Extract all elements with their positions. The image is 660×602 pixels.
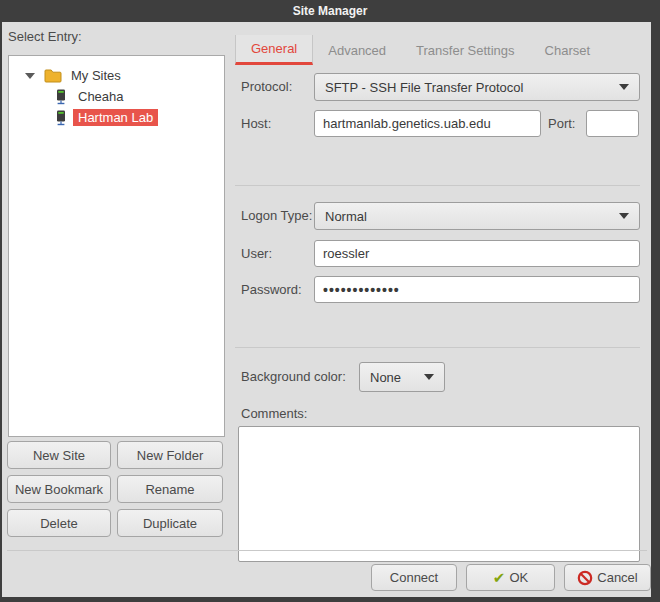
- folder-icon: [44, 69, 62, 83]
- select-entry-label: Select Entry:: [8, 29, 82, 44]
- dialog-content: Select Entry: My Sites: [2, 22, 651, 597]
- user-label: User:: [241, 240, 272, 267]
- comments-label: Comments:: [241, 406, 307, 421]
- tab-advanced[interactable]: Advanced: [313, 37, 401, 65]
- chevron-down-icon: [619, 84, 629, 90]
- logon-type-label: Logon Type:: [241, 202, 312, 230]
- protocol-label: Protocol:: [241, 73, 292, 101]
- tree-item-label: My Sites: [66, 67, 126, 84]
- user-input[interactable]: [314, 240, 640, 267]
- background-color-select[interactable]: None: [359, 362, 445, 392]
- connect-label: Connect: [390, 570, 438, 585]
- duplicate-button[interactable]: Duplicate: [117, 509, 223, 537]
- separator: [7, 550, 647, 551]
- background-color-value: None: [370, 370, 401, 385]
- background-color-label: Background color:: [241, 362, 346, 392]
- password-input[interactable]: [314, 276, 640, 303]
- new-folder-button[interactable]: New Folder: [117, 441, 223, 469]
- titlebar[interactable]: Site Manager: [0, 0, 660, 22]
- new-site-button[interactable]: New Site: [7, 441, 111, 469]
- host-label: Host:: [241, 110, 271, 137]
- protocol-select[interactable]: SFTP - SSH File Transfer Protocol: [314, 73, 640, 101]
- cancel-label: Cancel: [597, 570, 637, 585]
- port-input[interactable]: [586, 110, 639, 137]
- port-label: Port:: [548, 110, 575, 137]
- protocol-value: SFTP - SSH File Transfer Protocol: [325, 80, 523, 95]
- host-input[interactable]: [314, 110, 541, 137]
- site-tree[interactable]: My Sites Cheaha: [8, 55, 225, 437]
- separator: [235, 347, 640, 348]
- cancel-button[interactable]: Cancel: [564, 564, 651, 591]
- ok-button[interactable]: ✔ OK: [466, 564, 555, 591]
- server-icon: [55, 110, 67, 126]
- tree-item-label: Hartman Lab: [73, 109, 158, 126]
- expander-icon[interactable]: [25, 73, 35, 79]
- tab-charset[interactable]: Charset: [530, 37, 606, 65]
- tab-bar: General Advanced Transfer Settings Chars…: [235, 35, 605, 65]
- window-title: Site Manager: [293, 4, 368, 18]
- check-icon: ✔: [493, 570, 506, 585]
- delete-button[interactable]: Delete: [7, 509, 111, 537]
- connect-button[interactable]: Connect: [371, 564, 457, 591]
- logon-type-select[interactable]: Normal: [314, 202, 640, 230]
- new-bookmark-button[interactable]: New Bookmark: [7, 475, 111, 503]
- rename-button[interactable]: Rename: [117, 475, 223, 503]
- comments-textarea[interactable]: [238, 426, 640, 562]
- tree-item-hartman-lab[interactable]: Hartman Lab: [9, 107, 224, 128]
- server-icon: [55, 89, 67, 105]
- ok-label: OK: [509, 570, 528, 585]
- site-manager-window: Site Manager Select Entry: My Sites: [0, 0, 660, 602]
- tab-transfer-settings[interactable]: Transfer Settings: [401, 37, 530, 65]
- tab-general[interactable]: General: [235, 35, 313, 65]
- no-entry-icon: [577, 570, 593, 586]
- tree-item-cheaha[interactable]: Cheaha: [9, 86, 224, 107]
- password-label: Password:: [241, 276, 302, 303]
- logon-type-value: Normal: [325, 209, 367, 224]
- tree-item-my-sites[interactable]: My Sites: [9, 65, 224, 86]
- tree-item-label: Cheaha: [73, 88, 129, 105]
- separator: [235, 185, 640, 186]
- chevron-down-icon: [619, 213, 629, 219]
- chevron-down-icon: [424, 374, 434, 380]
